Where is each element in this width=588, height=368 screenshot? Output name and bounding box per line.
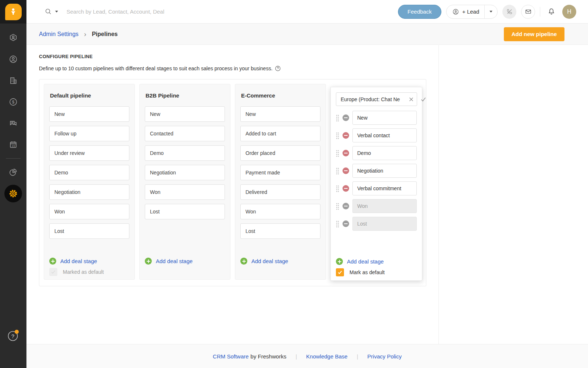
help-circle-icon[interactable] [275,66,281,71]
remove-stage-button-disabled [343,203,349,209]
footer-divider: | [357,353,358,360]
stage-box[interactable]: Negotiation [145,165,225,180]
stage-box[interactable]: Lost [240,223,320,239]
stage-box[interactable]: Demo [49,165,129,180]
add-lead-button[interactable]: + Lead [447,5,484,18]
pipeline-name[interactable]: B2B Pipeline [146,92,225,99]
sidebar-item-appointments[interactable]: 23 [4,136,22,153]
stage-box[interactable]: New [240,106,320,122]
help-button[interactable]: ? [6,328,20,342]
leads-icon [9,33,18,42]
drag-handle-icon[interactable] [336,114,339,121]
crm-software-link[interactable]: CRM Software [213,353,249,360]
contacts-icon [9,55,18,64]
stage-box[interactable]: Demo [145,145,225,161]
help-notification-dot [15,330,19,334]
sidebar-item-contacts[interactable] [4,50,22,68]
pipeline-name[interactable]: Default pipeline [50,92,129,99]
pipeline-card-default: Default pipeline New Follow up Under rev… [44,84,135,280]
feedback-button[interactable]: Feedback [398,5,441,19]
drag-handle-icon[interactable] [336,149,339,157]
appointments-calendar-icon: 23 [9,140,18,149]
avatar[interactable]: H [562,5,576,19]
notifications-button[interactable] [545,6,557,18]
pipeline-name[interactable]: E-Commerce [241,92,320,99]
calendar-day-glyph: 23 [12,144,15,148]
privacy-policy-link[interactable]: Privacy Policy [368,353,402,360]
stage-box[interactable]: Lost [145,204,225,219]
stage-box[interactable]: New [145,106,225,122]
drag-handle-icon[interactable] [336,220,339,227]
remove-stage-button[interactable] [343,167,349,174]
sidebar-item-conversations[interactable] [4,114,22,132]
stage-box[interactable]: Contacted [145,126,225,141]
add-new-pipeline-button[interactable]: Add new pipeline [504,27,564,41]
sidebar-nav: $ 23 [0,24,26,204]
sidebar-item-reports[interactable] [4,163,22,181]
mark-as-default-label: Mark as default [349,269,385,275]
breadcrumb-admin-settings-link[interactable]: Admin Settings [39,31,79,38]
stage-box[interactable]: Won [240,204,320,219]
pipelines-container: Default pipeline New Follow up Under rev… [39,79,426,286]
dollar-glyph: $ [12,100,15,104]
freshsales-logo[interactable] [0,0,26,24]
stage-input[interactable] [352,146,417,160]
add-deal-stage-link[interactable]: Add deal stage [60,258,97,264]
add-deal-stage-link[interactable]: Add deal stage [347,258,384,265]
stage-box[interactable]: Follow up [49,126,129,141]
deals-icon: $ [9,98,18,106]
breadcrumb-bar: Admin Settings › Pipelines Add new pipel… [26,24,588,45]
sidebar-item-leads[interactable] [4,29,22,47]
stage-box[interactable]: Order placed [240,145,320,161]
marked-as-default-label: Marked as default [63,269,104,275]
drag-handle-icon[interactable] [336,185,339,192]
add-deal-stage-link[interactable]: Add deal stage [251,258,288,264]
email-button[interactable] [521,5,535,19]
remove-stage-button[interactable] [343,132,349,139]
page-title: Pipelines [92,31,118,38]
stage-input[interactable] [352,111,417,125]
content-right-divider [438,45,439,344]
sidebar-item-settings[interactable] [4,185,22,202]
conversations-icon [9,119,18,128]
add-deal-stage-link[interactable]: Add deal stage [156,258,193,264]
main-area: Feedback + Lead [26,0,588,368]
mark-as-default-checkbox[interactable] [336,268,344,276]
remove-stage-button[interactable] [343,185,349,192]
clear-name-icon[interactable] [409,97,414,102]
stage-box[interactable]: Won [145,184,225,200]
remove-stage-button[interactable] [343,150,349,156]
stage-box[interactable]: New [49,106,129,122]
drag-handle-icon[interactable] [336,202,339,210]
breadcrumb-separator: › [84,31,86,38]
remove-stage-button-disabled [343,220,349,227]
stage-input[interactable] [352,128,417,142]
search-scope-caret-icon[interactable] [55,11,58,13]
stage-input[interactable] [352,181,417,195]
knowledge-base-link[interactable]: Knowledge Base [306,353,348,360]
breadcrumb: Admin Settings › Pipelines [39,31,118,38]
stage-box[interactable]: Added to cart [240,126,320,141]
search-bar [45,8,225,15]
add-lead-dropdown-caret[interactable] [484,5,497,18]
stage-input[interactable] [352,164,417,178]
stage-box[interactable]: Won [49,204,129,219]
stage-box[interactable]: Negotiation [49,184,129,200]
stage-box[interactable]: Delivered [240,184,320,200]
confirm-name-icon[interactable] [420,96,426,102]
drag-handle-icon[interactable] [336,132,339,139]
stage-box[interactable]: Payment made [240,165,320,180]
lead-person-icon [452,8,459,15]
stage-box[interactable]: Under review [49,145,129,161]
search-input[interactable] [67,8,225,15]
reports-pie-icon [9,168,18,177]
sidebar-item-deals[interactable]: $ [4,93,22,111]
sidebar-item-accounts[interactable] [4,72,22,89]
pipeline-name-input[interactable] [341,96,407,102]
drag-handle-icon[interactable] [336,167,339,174]
add-lead-label: + Lead [462,8,479,15]
section-title: CONFIGURE PIPELINE [39,54,588,59]
phone-button[interactable] [502,5,516,19]
stage-box[interactable]: Lost [49,223,129,239]
sidebar: $ 23 [0,0,26,368]
